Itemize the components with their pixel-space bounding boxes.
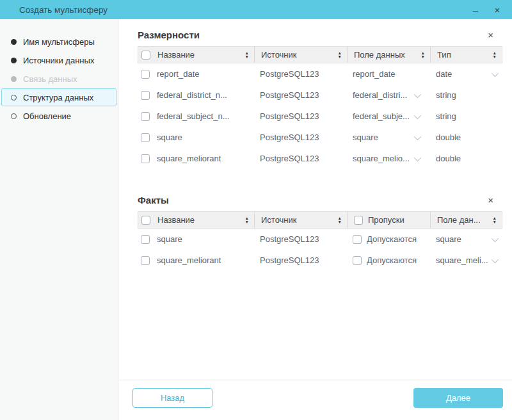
data-field-select[interactable]: report_date [353, 69, 396, 79]
table-row: square PostgreSQL123 Допускаются square [138, 229, 502, 250]
data-field-select[interactable]: square_melio... [353, 154, 410, 163]
table-row: square PostgreSQL123 square double [138, 127, 502, 148]
sort-icon[interactable]: ▲▼ [338, 216, 342, 223]
dimension-name: square_meliorant [157, 154, 221, 163]
dimension-type: double [436, 154, 461, 163]
data-field-select[interactable]: square [353, 133, 378, 142]
header-name[interactable]: Название ▲▼ [156, 212, 254, 228]
sidebar-item-label: Имя мультисферы [23, 37, 95, 47]
data-field-select[interactable]: federal_subje... [353, 111, 410, 121]
sort-icon[interactable]: ▲▼ [245, 51, 249, 58]
step-pending-bullet-icon [11, 95, 17, 101]
dimension-name: square [157, 133, 182, 142]
row-checkbox[interactable] [141, 154, 150, 163]
select-all-checkbox[interactable] [141, 216, 150, 225]
table-row: federal_district_n... PostgreSQL123 fede… [138, 85, 502, 106]
dimension-source: PostgreSQL123 [260, 90, 319, 100]
data-field-select[interactable]: square [436, 234, 461, 244]
header-gaps: Пропуски [347, 212, 430, 228]
back-button[interactable]: Назад [132, 388, 212, 408]
header-data-field[interactable]: Поле данных ▲▼ [347, 47, 430, 63]
table-row: federal_subject_n... PostgreSQL123 feder… [138, 106, 502, 127]
main-area: Имя мультисферы Источники данных Связь д… [0, 19, 512, 420]
header-type[interactable]: Тип ▲▼ [430, 47, 502, 63]
dimensions-section: Размерности × Название [138, 29, 502, 169]
data-field-select[interactable]: federal_distri... [353, 90, 407, 100]
table-row: square_meliorant PostgreSQL123 Допускают… [138, 250, 502, 271]
sort-icon[interactable]: ▲▼ [421, 51, 425, 58]
select-all-checkbox[interactable] [141, 51, 150, 60]
header-data-field[interactable]: Поле дан... ▲▼ [430, 212, 502, 228]
dimensions-table: Название ▲▼ Источник ▲▼ [138, 46, 502, 169]
sidebar-item-label: Структура данных [23, 93, 93, 102]
next-button[interactable]: Далее [413, 388, 503, 408]
facts-section-head: Факты × [138, 195, 502, 206]
sidebar-item-label: Связь данных [23, 74, 77, 84]
row-checkbox[interactable] [141, 112, 150, 121]
select-all-cell [138, 212, 156, 228]
dimensions-title: Размерности [138, 29, 200, 40]
sidebar-item-data-structure[interactable]: Структура данных [1, 88, 116, 106]
row-checkbox[interactable] [141, 235, 150, 244]
row-checkbox[interactable] [141, 70, 150, 79]
sidebar-item-data-link: Связь данных [1, 70, 116, 88]
header-source[interactable]: Источник ▲▼ [254, 212, 347, 228]
dimension-type: string [436, 111, 456, 121]
minimize-icon[interactable]: – [470, 5, 481, 15]
type-select[interactable]: date [436, 69, 452, 79]
sidebar-item-label: Обновление [23, 111, 71, 121]
facts-section: Факты × Название ▲▼ [138, 195, 502, 271]
dimension-source: PostgreSQL123 [260, 154, 319, 163]
facts-title: Факты [138, 195, 169, 206]
sidebar-steps: Имя мультисферы Источники данных Связь д… [0, 19, 118, 420]
chevron-down-icon[interactable] [414, 133, 421, 140]
content-area: Размерности × Название [118, 19, 512, 420]
row-checkbox[interactable] [141, 256, 150, 265]
sort-icon[interactable]: ▲▼ [245, 216, 249, 223]
dimensions-close-icon[interactable]: × [488, 30, 493, 40]
chevron-down-icon[interactable] [492, 255, 499, 262]
chevron-down-icon[interactable] [414, 111, 421, 118]
sort-icon[interactable]: ▲▼ [493, 51, 497, 58]
dimension-source: PostgreSQL123 [260, 69, 319, 79]
dimensions-table-header: Название ▲▼ Источник ▲▼ [138, 46, 502, 63]
row-checkbox[interactable] [141, 91, 150, 100]
facts-table: Название ▲▼ Источник ▲▼ [138, 211, 502, 271]
close-icon[interactable]: × [492, 5, 503, 15]
facts-close-icon[interactable]: × [488, 195, 493, 205]
step-pending-bullet-icon [11, 113, 17, 119]
chevron-down-icon[interactable] [492, 69, 499, 76]
sidebar-item-label: Источники данных [23, 56, 94, 65]
header-name[interactable]: Название ▲▼ [156, 47, 254, 63]
titlebar: Создать мультисферу – × [0, 0, 512, 19]
gaps-label: Допускаются [367, 234, 417, 244]
sidebar-item-update[interactable]: Обновление [1, 107, 116, 125]
dimensions-section-head: Размерности × [138, 29, 502, 40]
data-field-select[interactable]: square_meli... [436, 255, 488, 265]
step-done-bullet-icon [11, 39, 17, 45]
sidebar-item-multisphere-name[interactable]: Имя мультисферы [1, 33, 116, 51]
gaps-checkbox[interactable] [353, 256, 362, 265]
sort-icon[interactable]: ▲▼ [338, 51, 342, 58]
sidebar-item-data-sources[interactable]: Источники данных [1, 51, 116, 69]
fact-source: PostgreSQL123 [260, 234, 319, 244]
table-row: square_meliorant PostgreSQL123 square_me… [138, 148, 502, 169]
header-source[interactable]: Источник ▲▼ [254, 47, 347, 63]
chevron-down-icon[interactable] [414, 154, 421, 161]
dimension-name: federal_district_n... [157, 90, 227, 100]
step-done-bullet-icon [11, 58, 17, 63]
gaps-all-checkbox[interactable] [354, 216, 363, 225]
gaps-checkbox[interactable] [353, 235, 362, 244]
chevron-down-icon[interactable] [492, 234, 499, 241]
footer: Назад Далее [118, 380, 512, 420]
facts-table-header: Название ▲▼ Источник ▲▼ [138, 211, 502, 229]
step-disabled-bullet-icon [11, 76, 17, 82]
dimension-source: PostgreSQL123 [260, 133, 319, 142]
sort-icon[interactable]: ▲▼ [493, 216, 497, 223]
gaps-label: Допускаются [367, 255, 417, 265]
row-checkbox[interactable] [141, 133, 150, 142]
dimension-type: double [436, 133, 461, 142]
fact-name: square [157, 234, 182, 244]
fact-source: PostgreSQL123 [260, 255, 319, 265]
chevron-down-icon[interactable] [414, 90, 421, 97]
